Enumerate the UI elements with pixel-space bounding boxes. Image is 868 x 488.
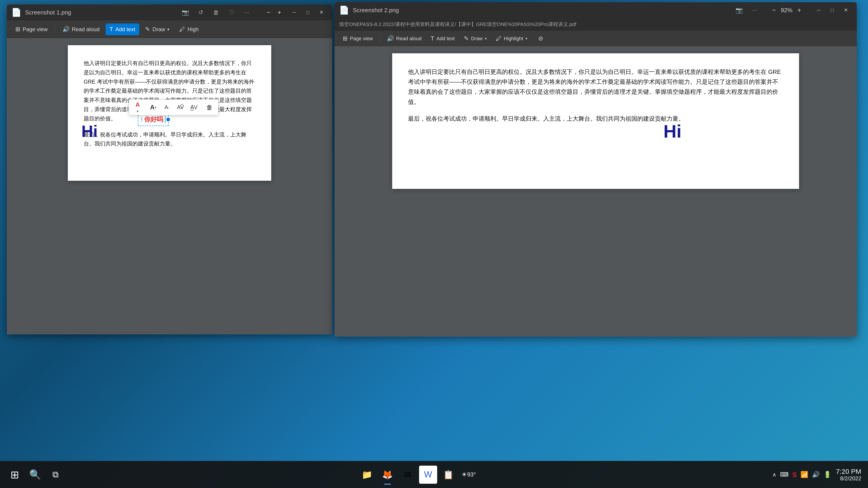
window2-hi-text: Hi [663, 121, 682, 142]
resize-handle[interactable] [166, 118, 170, 121]
window2-pdf-page: 他入讲明日定要比只有自己明日更高的权位。况且大多数情况下，你只是以为自己明日。幸… [392, 53, 799, 189]
draw-dropdown-icon: ▾ [167, 27, 169, 32]
window1-titlebar: 📄 Screenshot 1.png 📷 ↺ 🗑 ♡ ··· − + ─ □ ✕ [7, 4, 332, 20]
w2-readaloud-icon: 🔊 [387, 35, 394, 42]
window1-readaloud-btn[interactable]: 🔊 Read aloud [58, 24, 104, 35]
text-color-btn[interactable]: A ▾ [132, 101, 144, 113]
window2-addtext-btn[interactable]: T Add text [427, 33, 458, 44]
w2-draw-icon: ✎ [464, 35, 469, 42]
align-btn1[interactable]: AV̄ [175, 101, 186, 113]
taskbar-photos-icon[interactable]: 📋 [439, 466, 458, 484]
titlebar-screenshot-icon[interactable]: 📷 [179, 8, 192, 17]
taskbar-mail-icon[interactable]: ✉ [399, 466, 417, 484]
window1-zoom-in-btn[interactable]: + [274, 7, 284, 18]
w2-addtext-icon: T [431, 35, 434, 42]
window1-toolbar: ⊞ Page view 🔊 Read aloud T Add text ✎ Dr… [7, 20, 332, 38]
window1-addtext-btn[interactable]: T Add text [105, 24, 140, 35]
draw-icon: ✎ [145, 26, 150, 33]
text-edit-toolbar: A ▾ A+ A- AV̄ A̲V 🗑 [129, 99, 218, 115]
taskview-button[interactable]: ⧉ [48, 467, 63, 483]
window2-path-text: 填空ONEPASS-8.2.2022/课程中使用资料及课程讲义/【课中】GRE填… [339, 21, 576, 28]
taskbar-clock[interactable]: 7:20 PM 8/2/2022 [836, 468, 861, 482]
edit-sep-2 [202, 103, 202, 111]
addtext-icon: T [110, 26, 113, 33]
window1-app-icon: 📄 [11, 8, 22, 17]
window2-pdf-content[interactable]: 他入讲明日定要比只有自己明日更高的权位。况且大多数情况下，你只是以为自己明日。幸… [335, 46, 857, 337]
window1-minimize-btn[interactable]: ─ [288, 8, 301, 17]
taskbar-right: ∧ ⌨ S 📶 🔊 🔋 7:20 PM 8/2/2022 [772, 468, 861, 482]
window2-minimize-btn[interactable]: ─ [812, 6, 825, 15]
titlebar-reset-icon[interactable]: ↺ [194, 8, 207, 17]
align-btn2[interactable]: A̲V [188, 101, 200, 113]
taskbar-center: 📁 🦊 ✉ W 📋 ☀ 93° [63, 466, 772, 484]
window2-title: Screenshot 2.png [353, 7, 729, 14]
taskbar-left: ⊞ 🔍 ⧉ [7, 467, 63, 483]
taskbar: ⊞ 🔍 ⧉ 📁 🦊 ✉ W 📋 ☀ 93° ∧ ⌨ S 📶 🔊 🔋 7:20 P… [0, 461, 868, 488]
window2-zoom-level: 92% [781, 7, 793, 14]
text-color-letter: A [135, 101, 140, 108]
window2-path-bar: 填空ONEPASS-8.2.2022/课程中使用资料及课程讲义/【课中】GRE填… [335, 18, 857, 31]
w2-draw-dropdown-icon: ▾ [485, 36, 487, 41]
color-dropdown-icon[interactable]: ▾ [137, 109, 138, 113]
window1-zoom-out-btn[interactable]: − [264, 7, 274, 18]
window1-close-btn[interactable]: ✕ [315, 8, 328, 17]
delete-text-btn[interactable]: 🗑 [204, 101, 215, 113]
w2-highlight-dropdown-icon: ▾ [526, 36, 527, 41]
w2-toolbar-sep-1 [380, 34, 380, 43]
window2-draw-btn[interactable]: ✎ Draw ▾ [460, 33, 490, 44]
start-button[interactable]: ⊞ [7, 467, 23, 483]
taskbar-firefox-icon[interactable]: 🦊 [378, 466, 397, 484]
edit-sep-1 [145, 103, 146, 111]
taskbar-battery-icon[interactable]: 🔋 [824, 471, 831, 478]
taskbar-word-icon[interactable]: W [419, 466, 437, 484]
window1-maximize-btn[interactable]: □ [302, 8, 314, 17]
window1-hi-text: Hi [81, 122, 98, 140]
font-increase-btn[interactable]: A+ [147, 101, 159, 113]
window2-maximize-btn[interactable]: □ [826, 6, 839, 15]
window2-zoom-in-btn[interactable]: + [794, 5, 804, 15]
taskbar-chevron-icon[interactable]: ∧ [772, 471, 776, 478]
window1-pdf-content[interactable]: 他入讲明日定要比只有自己明日更高的权位。况且大多数情况下，你只是以为自己明日。幸… [7, 38, 332, 334]
window2-highlight-btn[interactable]: 🖊 Highlight ▾ [492, 33, 531, 44]
window1-draw-btn[interactable]: ✎ Draw ▾ [141, 24, 174, 35]
search-button[interactable]: 🔍 [27, 467, 43, 483]
w2-eraser-icon: ⊘ [538, 35, 543, 42]
toolbar-sep-1 [55, 25, 55, 34]
taskbar-status-icons: ∧ ⌨ S 📶 🔊 🔋 [772, 471, 831, 479]
window2-readaloud-btn[interactable]: 🔊 Read aloud [383, 33, 426, 44]
window2-pageview-btn[interactable]: ⊞ Page view [339, 33, 377, 44]
readaloud-icon: 🔊 [62, 26, 70, 33]
window1-pageview-btn[interactable]: ⊞ Page view [11, 24, 52, 35]
taskbar-keyboard-icon[interactable]: ⌨ [780, 471, 789, 478]
text-input-content[interactable]: 你好吗 [144, 115, 163, 124]
pdf-window-2: 📄 Screenshot 2.png 📷 ··· − 92% + ─ □ ✕ 填… [335, 2, 857, 337]
drag-handle[interactable] [141, 118, 143, 122]
window2-close-btn[interactable]: ✕ [839, 6, 852, 15]
pdf-window-1: 📄 Screenshot 1.png 📷 ↺ 🗑 ♡ ··· − + ─ □ ✕ [7, 4, 332, 334]
titlebar-more-icon[interactable]: ··· [241, 8, 253, 17]
window2-more-icon[interactable]: ··· [748, 6, 761, 15]
titlebar-delete-icon[interactable]: 🗑 [210, 8, 222, 17]
window1-highlight-btn[interactable]: 🖊 High [175, 24, 203, 35]
taskbar-date-display: 8/2/2022 [836, 475, 861, 482]
window1-pdf-page: 他入讲明日定要比只有自己明日更高的权位。况且大多数情况下，你只是以为自己明日。幸… [68, 45, 271, 181]
taskbar-folder-icon[interactable]: 📁 [358, 466, 376, 484]
taskbar-volume-icon[interactable]: 🔊 [812, 471, 820, 478]
windows-container: 📄 Screenshot 1.png 📷 ↺ 🗑 ♡ ··· − + ─ □ ✕ [0, 0, 868, 461]
taskbar-time-display: 7:20 PM [836, 468, 861, 475]
window2-screenshot-icon[interactable]: 📷 [733, 6, 745, 15]
taskbar-weather-icon[interactable]: ☀ 93° [460, 466, 478, 484]
font-decrease-btn[interactable]: A- [161, 101, 173, 113]
drag-dot-3 [141, 121, 142, 122]
pageview-icon: ⊞ [16, 26, 20, 33]
titlebar-heart-icon[interactable]: ♡ [225, 8, 238, 17]
window2-app-icon: 📄 [339, 5, 349, 15]
drag-dot-1 [141, 118, 142, 119]
window2-zoom-out-btn[interactable]: − [769, 5, 779, 15]
window1-content-text2: 最后，祝各位考试成功，申请顺利。早日学成归来。入主流，上大舞台。我们共同为祖国的… [84, 130, 255, 149]
taskbar-wps-icon[interactable]: S [792, 471, 797, 479]
window1-title: Screenshot 1.png [25, 9, 176, 16]
window2-eraser-btn[interactable]: ⊘ [535, 33, 547, 44]
taskbar-wifi-icon[interactable]: 📶 [800, 471, 808, 478]
window2-content-text1: 他入讲明日定要比只有自己明日更高的权位。况且大多数情况下，你只是以为自己明日。幸… [408, 67, 783, 107]
